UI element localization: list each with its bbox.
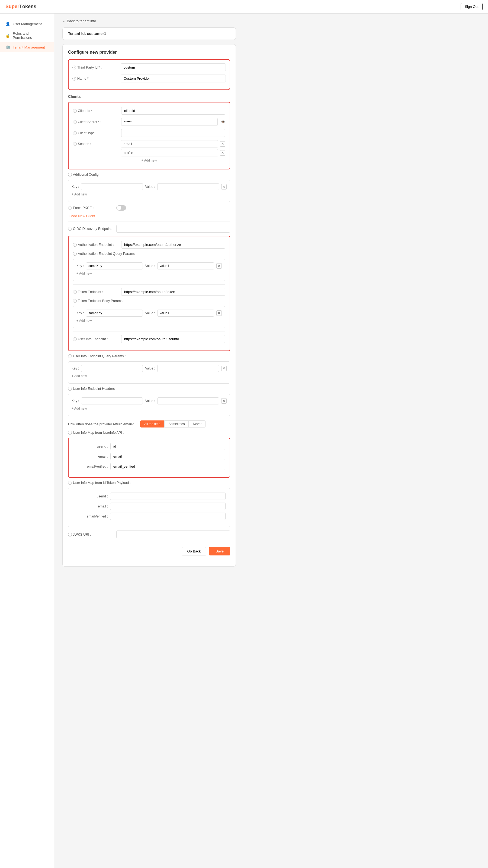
userinfo-headers-label: i User Info Endpoint Headers : xyxy=(68,387,117,391)
client-card: i Client Id * : i Client Secret * : 👁️ xyxy=(68,102,230,169)
force-pkce-toggle[interactable] xyxy=(116,205,126,211)
freq-never-button[interactable]: Never xyxy=(189,421,206,428)
freq-all-the-time-button[interactable]: All the time xyxy=(140,421,164,428)
token-bp-value-label: Value : xyxy=(145,311,155,315)
clients-title: Clients xyxy=(68,94,230,99)
provider-name-input[interactable] xyxy=(121,74,226,83)
userinfo-headers-value-input[interactable] xyxy=(157,397,219,404)
provider-name-label: i Name * : xyxy=(72,77,119,81)
userinfo-headers-key-input[interactable] xyxy=(81,397,143,404)
name-info-icon: i xyxy=(72,77,76,81)
userinfo-endpoint-label: i User Info Endpoint : xyxy=(73,337,119,341)
email-verified-map-input[interactable] xyxy=(110,463,225,470)
back-link[interactable]: ← Back to tenant info xyxy=(62,19,236,23)
token-endpoint-info-icon: i xyxy=(73,290,77,294)
auth-endpoint-input[interactable] xyxy=(121,241,225,249)
auth-query-params-label: i Authorization Endpoint Query Params : xyxy=(73,252,136,256)
userinfo-endpoint-input[interactable] xyxy=(121,335,225,343)
additional-config-value-input[interactable] xyxy=(157,183,219,190)
userinfo-qp-value-input[interactable] xyxy=(157,365,219,372)
additional-config-key-input[interactable] xyxy=(81,183,143,190)
add-new-client-link[interactable]: + Add New Client xyxy=(68,214,95,218)
auth-qp-key-input[interactable] xyxy=(86,262,143,270)
id-token-map-info-icon: i xyxy=(68,481,72,485)
additional-config-info-icon: i xyxy=(68,173,72,177)
add-additional-config-link[interactable]: + Add new xyxy=(71,192,227,196)
email-map-input[interactable] xyxy=(110,453,225,460)
token-body-params-label: i Token Endpoint Body Params : xyxy=(73,299,124,303)
token-endpoint-input[interactable] xyxy=(121,288,225,296)
userinfo-qp-card: Key : Value : ✕ + Add new xyxy=(68,361,230,383)
email-frequency-row: How often does the provider return email… xyxy=(68,421,230,428)
save-button[interactable]: Save xyxy=(209,547,230,555)
userid-map-row: userId : xyxy=(73,443,225,450)
auth-qp-value-label: Value : xyxy=(145,264,155,268)
token-bp-key-label: Key : xyxy=(77,311,84,315)
client-secret-input[interactable] xyxy=(121,118,218,126)
logo-t: T xyxy=(19,4,22,9)
userinfo-qp-key-label: Key : xyxy=(71,367,79,370)
remove-auth-qp-button[interactable]: ✕ xyxy=(216,263,222,269)
logo-super: Super xyxy=(5,4,19,9)
third-party-id-input[interactable] xyxy=(121,63,226,71)
sidebar-item-user-management[interactable]: 👤 User Management xyxy=(0,19,54,29)
remove-scope-1-button[interactable]: ✕ xyxy=(220,141,225,147)
auth-qp-value-input[interactable] xyxy=(157,262,214,270)
oidc-info-icon: i xyxy=(68,227,72,231)
remove-userinfo-headers-button[interactable]: ✕ xyxy=(221,398,227,404)
bottom-actions: Go Back Save xyxy=(68,541,230,561)
id-token-map-label-row: i User Info Map from Id Token Payload : xyxy=(68,481,230,485)
endpoints-card: i Authorization Endpoint : i Authorizati… xyxy=(68,236,230,351)
add-userinfo-headers-link[interactable]: + Add new xyxy=(71,407,227,410)
sidebar: 👤 User Management 🔒 Roles and Permission… xyxy=(0,13,54,868)
token-endpoint-label: i Token Endpoint : xyxy=(73,290,119,294)
toggle-secret-visibility-icon[interactable]: 👁️ xyxy=(221,120,225,124)
client-secret-label: i Client Secret * : xyxy=(73,120,119,124)
sidebar-item-tenant-management[interactable]: 🏢 Tenant Management xyxy=(0,42,54,52)
email-frequency-buttons: All the time Sometimes Never xyxy=(140,421,206,428)
client-type-input[interactable] xyxy=(121,129,225,137)
remove-token-bp-button[interactable]: ✕ xyxy=(216,310,222,316)
additional-config-value-label: Value : xyxy=(145,185,155,189)
userinfo-headers-key-label: Key : xyxy=(71,399,79,403)
add-userinfo-qp-link[interactable]: + Add new xyxy=(71,374,227,378)
userinfo-qp-key-input[interactable] xyxy=(81,365,143,372)
scope-input-profile[interactable] xyxy=(121,149,218,156)
userinfo-headers-info-icon: i xyxy=(68,387,72,391)
third-party-info-icon: i xyxy=(72,66,76,69)
userinfo-qp-label: i User Info Endpoint Query Params : xyxy=(68,354,126,358)
scope-input-email[interactable] xyxy=(121,140,218,148)
freq-sometimes-button[interactable]: Sometimes xyxy=(164,421,189,428)
oidc-discovery-input[interactable] xyxy=(116,225,230,232)
tenant-id-label: Tenant Id: xyxy=(68,31,86,36)
add-scope-link[interactable]: + Add new xyxy=(73,159,225,162)
add-token-bp-link[interactable]: + Add new xyxy=(77,319,222,322)
email-frequency-question: How often does the provider return email… xyxy=(68,422,134,426)
auth-query-params-label-row: i Authorization Endpoint Query Params : xyxy=(73,252,225,256)
id-token-userid-input[interactable] xyxy=(110,493,225,500)
id-token-userid-label: userId : xyxy=(73,494,108,498)
scopes-label: i Scopes : xyxy=(73,142,119,146)
sign-out-button[interactable]: Sign Out xyxy=(461,3,483,10)
remove-userinfo-qp-button[interactable]: ✕ xyxy=(221,366,227,371)
additional-config-label: i Additional Config : xyxy=(68,173,114,177)
jwks-uri-label: i JWKS URI : xyxy=(68,533,114,536)
jwks-uri-input[interactable] xyxy=(116,530,230,538)
token-bp-key-input[interactable] xyxy=(86,310,143,317)
layout: 👤 User Management 🔒 Roles and Permission… xyxy=(0,13,488,868)
sidebar-item-roles-permissions[interactable]: 🔒 Roles and Permissions xyxy=(0,29,54,42)
token-bp-value-input[interactable] xyxy=(157,310,214,317)
force-pkce-row: i Force PKCE : xyxy=(68,205,230,211)
tenant-icon: 🏢 xyxy=(5,45,10,49)
remove-scope-2-button[interactable]: ✕ xyxy=(220,150,225,156)
userid-map-input[interactable] xyxy=(110,443,225,450)
id-token-email-verified-label: emailVerified : xyxy=(73,515,108,518)
logo: SuperTokens xyxy=(5,4,36,9)
add-auth-qp-link[interactable]: + Add new xyxy=(77,272,222,275)
client-id-input[interactable] xyxy=(121,107,225,115)
go-back-button[interactable]: Go Back xyxy=(182,547,207,555)
token-bp-info-icon: i xyxy=(73,299,77,303)
id-token-email-verified-input[interactable] xyxy=(110,513,225,520)
remove-additional-config-button[interactable]: ✕ xyxy=(221,184,227,189)
id-token-email-input[interactable] xyxy=(110,503,225,510)
